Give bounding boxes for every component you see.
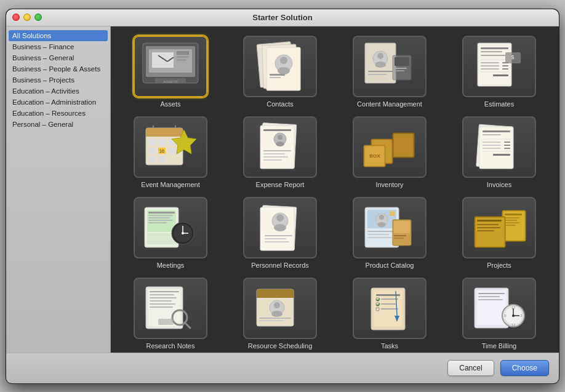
grid-item-meetings[interactable]: Meetings bbox=[120, 197, 221, 269]
grid-item-label-expense-report: Expense Report bbox=[256, 181, 305, 188]
sidebar-item-education-administration[interactable]: Education – Administration bbox=[6, 97, 110, 108]
svg-rect-52 bbox=[148, 148, 156, 154]
svg-point-64 bbox=[276, 142, 284, 146]
grid-item-icon-research-notes bbox=[134, 278, 207, 339]
svg-rect-91 bbox=[148, 212, 175, 214]
svg-rect-107 bbox=[265, 235, 292, 236]
svg-rect-167 bbox=[381, 308, 398, 310]
grid-item-event-management[interactable]: 16 Event Management bbox=[120, 116, 221, 188]
svg-text:ASSETS: ASSETS bbox=[163, 80, 178, 84]
maximize-button[interactable] bbox=[34, 14, 42, 21]
grid-item-invoices[interactable]: Invoices bbox=[449, 116, 550, 188]
bottom-bar: Cancel Choose bbox=[6, 353, 559, 383]
svg-point-105 bbox=[276, 214, 284, 222]
grid-item-label-event-management: Event Management bbox=[141, 181, 199, 188]
grid-item-time-billing[interactable]: 12 9 3 12 Time Billing bbox=[449, 278, 550, 350]
grid-item-research-notes[interactable]: Research Notes bbox=[120, 278, 221, 350]
grid-item-label-assets: Assets bbox=[160, 100, 180, 108]
sidebar-item-business-people[interactable]: Business – People & Assets bbox=[6, 63, 110, 74]
svg-rect-153 bbox=[259, 318, 291, 319]
grid-item-resource-scheduling[interactable]: Resource Scheduling bbox=[230, 278, 331, 350]
svg-rect-127 bbox=[505, 220, 517, 221]
svg-rect-50 bbox=[158, 139, 166, 145]
svg-rect-133 bbox=[477, 224, 499, 225]
grid-item-label-time-billing: Time Billing bbox=[482, 342, 516, 350]
choose-button[interactable]: Choose bbox=[500, 360, 549, 376]
svg-rect-37 bbox=[502, 65, 508, 66]
minimize-button[interactable] bbox=[23, 14, 31, 21]
svg-point-21 bbox=[377, 53, 383, 59]
svg-point-152 bbox=[271, 311, 282, 317]
svg-rect-72 bbox=[394, 134, 413, 156]
svg-rect-94 bbox=[148, 220, 173, 221]
svg-rect-26 bbox=[395, 57, 409, 66]
svg-rect-138 bbox=[150, 291, 179, 292]
svg-point-63 bbox=[278, 135, 282, 140]
svg-rect-118 bbox=[367, 237, 392, 238]
grid-item-label-inventory: Inventory bbox=[375, 181, 403, 188]
grid-item-label-meetings: Meetings bbox=[157, 262, 185, 269]
svg-point-113 bbox=[379, 215, 384, 220]
svg-rect-18 bbox=[270, 77, 281, 78]
svg-rect-60 bbox=[260, 126, 294, 169]
grid-item-content-management[interactable]: Content Management bbox=[339, 36, 440, 108]
grid-item-projects[interactable]: Projects bbox=[449, 197, 550, 269]
sidebar-item-business-finance[interactable]: Business – Finance bbox=[6, 41, 110, 52]
svg-point-106 bbox=[274, 224, 286, 231]
grid-item-label-projects: Projects bbox=[487, 262, 511, 269]
svg-point-151 bbox=[274, 302, 280, 308]
svg-rect-161 bbox=[381, 298, 398, 300]
svg-rect-132 bbox=[477, 220, 502, 222]
svg-rect-146 bbox=[158, 319, 174, 325]
svg-rect-81 bbox=[483, 142, 501, 143]
svg-rect-82 bbox=[504, 142, 510, 143]
cancel-button[interactable]: Cancel bbox=[447, 360, 494, 376]
grid-item-icon-personnel-records bbox=[243, 197, 317, 258]
svg-rect-171 bbox=[477, 290, 506, 325]
svg-rect-88 bbox=[493, 154, 510, 156]
grid-item-icon-resource-scheduling bbox=[243, 278, 317, 339]
grid-item-personnel-records[interactable]: Personnel Records bbox=[230, 197, 331, 269]
grid-item-assets[interactable]: ASSETS Assets bbox=[120, 36, 221, 108]
svg-rect-28 bbox=[395, 70, 404, 71]
svg-rect-126 bbox=[505, 217, 519, 218]
grid-item-product-catalog[interactable]: Product Catalog bbox=[339, 197, 440, 269]
sidebar-item-business-general[interactable]: Business – General bbox=[6, 52, 110, 63]
sidebar-item-business-projects[interactable]: Business – Projects bbox=[6, 74, 110, 86]
sidebar-item-all-solutions[interactable]: All Solutions bbox=[9, 30, 108, 41]
svg-rect-49 bbox=[148, 139, 156, 145]
svg-rect-57 bbox=[158, 156, 166, 162]
svg-text:BOX: BOX bbox=[369, 153, 380, 159]
grid-item-contacts[interactable]: Contacts bbox=[230, 36, 331, 108]
svg-rect-8 bbox=[177, 59, 186, 61]
svg-point-101 bbox=[182, 232, 184, 234]
sidebar-item-education-activities[interactable]: Education – Activities bbox=[6, 86, 110, 97]
grid-item-label-contacts: Contacts bbox=[266, 100, 293, 108]
svg-text:12: 12 bbox=[511, 323, 516, 327]
grid-item-label-tasks: Tasks bbox=[381, 342, 398, 350]
grid-item-icon-content-management bbox=[353, 36, 427, 97]
svg-rect-31 bbox=[481, 51, 502, 52]
svg-rect-84 bbox=[504, 145, 510, 146]
svg-rect-86 bbox=[504, 148, 510, 149]
svg-rect-134 bbox=[477, 227, 500, 228]
grid-item-tasks[interactable]: Tasks bbox=[339, 278, 440, 350]
grid-item-icon-projects bbox=[462, 197, 536, 258]
svg-rect-122 bbox=[394, 238, 404, 239]
svg-rect-117 bbox=[367, 234, 389, 235]
sidebar-item-personal-general[interactable]: Personal – General bbox=[6, 119, 110, 130]
svg-rect-67 bbox=[263, 156, 288, 158]
svg-rect-139 bbox=[150, 294, 174, 295]
grid-item-expense-report[interactable]: Expense Report bbox=[230, 116, 331, 188]
svg-rect-108 bbox=[265, 238, 286, 239]
sidebar-item-education-resources[interactable]: Education – Resources bbox=[6, 108, 110, 119]
grid-item-inventory[interactable]: BOX Inventory bbox=[339, 116, 440, 188]
svg-rect-93 bbox=[148, 217, 170, 218]
svg-rect-24 bbox=[368, 74, 387, 75]
svg-text:$: $ bbox=[511, 54, 514, 60]
grid-item-estimates[interactable]: $ Estimates bbox=[449, 36, 550, 108]
svg-rect-36 bbox=[481, 65, 499, 66]
svg-rect-142 bbox=[150, 303, 175, 305]
svg-rect-165 bbox=[381, 303, 396, 305]
close-button[interactable] bbox=[12, 14, 20, 21]
